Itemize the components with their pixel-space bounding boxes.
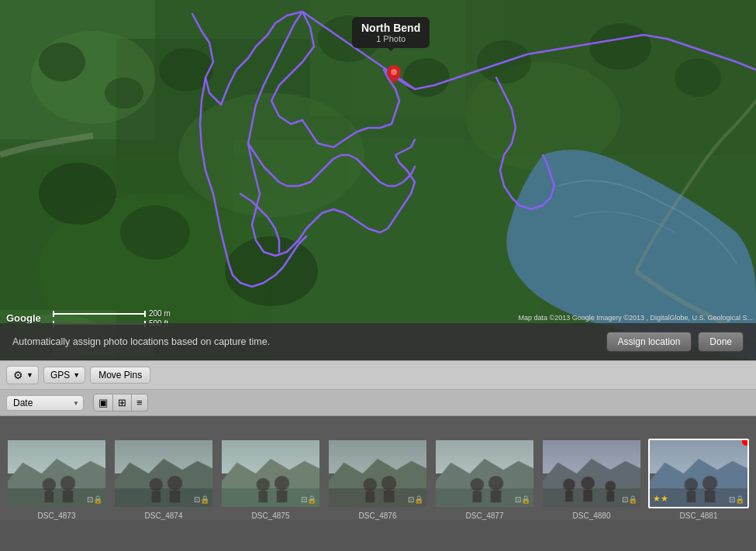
location-meta-icon: ⊡: [515, 495, 521, 504]
lock-meta-icon: 🔒: [735, 495, 744, 504]
move-pins-button[interactable]: Move Pins: [90, 367, 150, 384]
film-item[interactable]: ⊡🔒 DSC_4876: [327, 439, 428, 520]
view-grid-icon: ⊞: [118, 397, 126, 408]
meta-icons: ⊡🔒: [408, 495, 423, 504]
meta-icons: ⊡🔒: [622, 495, 637, 504]
location-meta-icon: ⊡: [408, 495, 414, 504]
film-thumbnail[interactable]: ⊡🔒: [6, 439, 107, 508]
film-item[interactable]: ⊡🔒 DSC_4873: [6, 439, 107, 520]
film-label: DSC_4880: [573, 511, 611, 520]
meta-icons: ⊡🔒: [194, 495, 209, 504]
sort-bar: Date Name Rating Size ▣ ⊞ ≡: [0, 390, 756, 416]
view-list-button[interactable]: ≡: [132, 394, 148, 412]
location-tooltip: North Bend 1 Photo: [352, 17, 430, 48]
gps-track-overlay: [0, 0, 756, 360]
settings-button[interactable]: ⚙ ▼: [6, 366, 39, 384]
meta-icons: ⊡🔒: [515, 495, 530, 504]
assign-location-button[interactable]: Assign location: [606, 332, 692, 352]
star-badge: ★★: [653, 494, 668, 504]
film-thumbnail[interactable]: ★★ ⊡🔒: [648, 439, 749, 508]
lock-meta-icon: 🔒: [414, 495, 423, 504]
location-dot: [742, 439, 749, 446]
lock-meta-icon: 🔒: [200, 495, 209, 504]
done-button[interactable]: Done: [698, 332, 744, 352]
view-grid-button[interactable]: ⊞: [113, 394, 132, 412]
location-meta-icon: ⊡: [729, 495, 735, 504]
assign-text: Automatically assign photo locations bas…: [12, 336, 606, 347]
film-thumbnail[interactable]: ⊡🔒: [434, 439, 535, 508]
filmstrip: ⊡🔒 DSC_4873 ⊡🔒 DSC_4874 ⊡🔒 DSC_4875 ⊡🔒 D…: [0, 416, 756, 520]
film-label: DSC_4874: [145, 511, 183, 520]
sort-select[interactable]: Date Name Rating Size: [6, 395, 84, 411]
lock-meta-icon: 🔒: [521, 495, 530, 504]
film-thumbnail[interactable]: ⊡🔒: [327, 439, 428, 508]
film-label: DSC_4876: [359, 511, 397, 520]
map-pin: [387, 65, 401, 87]
film-thumbnail[interactable]: ⊡🔒: [113, 439, 214, 508]
toolbar: ⚙ ▼ GPS ▼ Move Pins: [0, 360, 756, 390]
location-sub: 1 Photo: [361, 34, 420, 43]
map-credit: Map data ©2013 Google Imagery ©2013 , Di…: [519, 314, 753, 322]
location-meta-icon: ⊡: [194, 495, 200, 504]
view-list-icon: ≡: [136, 397, 143, 408]
view-single-icon: ▣: [98, 397, 108, 408]
film-item[interactable]: ⊡🔒 DSC_4877: [434, 439, 535, 520]
svg-point-25: [391, 69, 397, 75]
film-label: DSC_4875: [252, 511, 290, 520]
film-label: DSC_4877: [466, 511, 504, 520]
film-label: DSC_4881: [680, 511, 718, 520]
view-toggle-group: ▣ ⊞ ≡: [93, 394, 148, 412]
film-item[interactable]: ⊡🔒 DSC_4875: [220, 439, 321, 520]
film-item[interactable]: ⊡🔒 DSC_4880: [541, 439, 642, 520]
gps-button[interactable]: GPS ▼: [43, 367, 85, 384]
gps-chevron-icon: ▼: [73, 371, 80, 379]
meta-icons: ⊡🔒: [729, 495, 744, 504]
location-meta-icon: ⊡: [622, 495, 628, 504]
lock-meta-icon: 🔒: [628, 495, 637, 504]
lock-meta-icon: 🔒: [93, 495, 102, 504]
film-item[interactable]: ★★ ⊡🔒 DSC_4881: [648, 439, 749, 520]
meta-icons: ⊡🔒: [87, 495, 102, 504]
film-item[interactable]: ⊡🔒 DSC_4874: [113, 439, 214, 520]
location-meta-icon: ⊡: [87, 495, 93, 504]
gps-label: GPS: [50, 370, 70, 381]
gear-icon: ⚙: [13, 369, 23, 381]
location-meta-icon: ⊡: [301, 495, 307, 504]
view-single-button[interactable]: ▣: [93, 394, 113, 412]
film-thumbnail[interactable]: ⊡🔒: [541, 439, 642, 508]
meta-icons: ⊡🔒: [301, 495, 316, 504]
assign-bar: Automatically assign photo locations bas…: [0, 323, 756, 360]
settings-chevron-icon: ▼: [26, 371, 33, 379]
film-label: DSC_4873: [38, 511, 76, 520]
film-thumbnail[interactable]: ⊡🔒: [220, 439, 321, 508]
sort-select-wrapper[interactable]: Date Name Rating Size: [6, 395, 84, 411]
lock-meta-icon: 🔒: [307, 495, 316, 504]
location-name: North Bend: [361, 22, 420, 34]
map-container: North Bend 1 Photo Google 200 m: [0, 0, 756, 360]
